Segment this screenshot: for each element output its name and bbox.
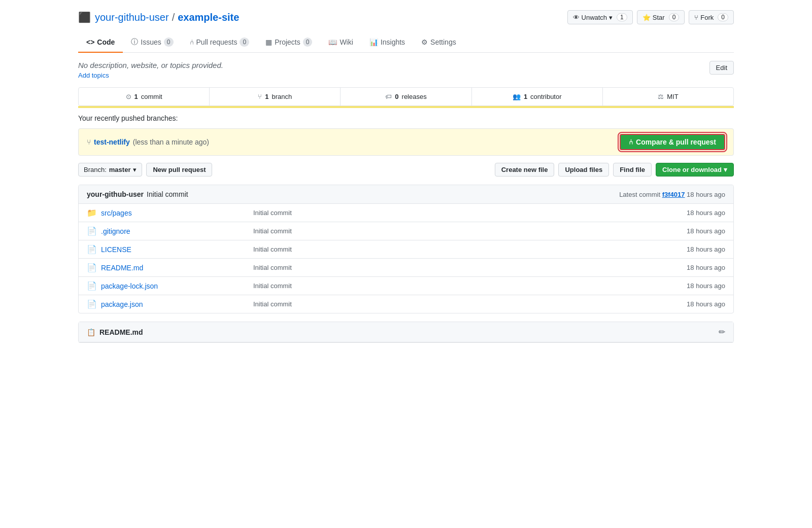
tab-insights-label: Insights <box>381 38 405 46</box>
eye-icon: 👁 <box>573 14 580 21</box>
create-new-file-button[interactable]: Create new file <box>495 163 555 177</box>
star-icon: ⭐ <box>642 14 651 21</box>
code-icon: <> <box>86 38 94 46</box>
readme-section: 📋 README.md ✏ <box>78 322 734 343</box>
chevron-down-icon: ▾ <box>609 14 613 21</box>
edit-button[interactable]: Edit <box>709 61 734 75</box>
license-label: MIT <box>667 93 678 100</box>
projects-icon: ▦ <box>265 38 272 46</box>
file-icon: 📄 <box>87 244 97 254</box>
releases-label: releases <box>402 93 427 100</box>
stat-commits[interactable]: ⊙ 1 commit <box>79 88 210 105</box>
commits-icon: ⊙ <box>126 93 131 100</box>
file-link-package-lock[interactable]: package-lock.json <box>101 282 158 290</box>
file-link-src-pages[interactable]: src/pages <box>101 209 132 217</box>
file-link-package-json[interactable]: package.json <box>101 300 143 308</box>
file-link-gitignore[interactable]: .gitignore <box>101 227 130 235</box>
table-row: 📄 package-lock.json Initial commit 18 ho… <box>79 277 733 295</box>
tab-settings[interactable]: ⚙ Settings <box>413 32 464 53</box>
releases-icon: 🏷 <box>385 93 392 100</box>
folder-icon: 📁 <box>87 208 97 218</box>
file-icon: 📄 <box>87 299 97 309</box>
watch-button[interactable]: 👁 Unwatch ▾ 1 <box>567 10 633 24</box>
file-icon: 📄 <box>87 226 97 236</box>
clone-button-label: Clone or download <box>662 166 722 173</box>
file-commit-cell: Initial commit <box>253 264 664 271</box>
pr-icon: ⑃ <box>190 38 194 46</box>
chevron-branch-icon: ▾ <box>133 166 137 173</box>
latest-commit-info: Latest commit f3f4017 18 hours ago <box>619 191 725 198</box>
add-topics-link[interactable]: Add topics <box>78 72 223 79</box>
fork-label: Fork <box>700 14 714 21</box>
file-time-cell: 18 hours ago <box>664 227 725 235</box>
clone-or-download-button[interactable]: Clone or download ▾ <box>656 163 734 177</box>
file-time-cell: 18 hours ago <box>664 300 725 308</box>
table-row: 📄 LICENSE Initial commit 18 hours ago <box>79 240 733 259</box>
readme-header: 📋 README.md ✏ <box>79 322 733 342</box>
find-file-button[interactable]: Find file <box>613 163 652 177</box>
tab-projects[interactable]: ▦ Projects 0 <box>257 32 320 53</box>
tab-code[interactable]: <> Code <box>78 32 123 53</box>
toolbar-left: Branch: master ▾ New pull request <box>78 163 212 177</box>
commits-count: 1 <box>134 93 138 100</box>
tab-insights[interactable]: 📊 Insights <box>361 32 413 53</box>
tab-code-label: Code <box>97 38 115 46</box>
branch-selector[interactable]: Branch: master ▾ <box>78 163 142 177</box>
readme-edit-icon[interactable]: ✏ <box>719 327 725 337</box>
repo-icon: ⬛ <box>78 11 91 23</box>
branches-label: branch <box>272 93 292 100</box>
yellow-progress-bar <box>78 106 734 108</box>
repo-owner-link[interactable]: your-github-user <box>95 12 169 23</box>
stats-bar: ⊙ 1 commit ⑂ 1 branch 🏷 0 releases 👥 1 c… <box>78 87 734 106</box>
readme-icon: 📋 <box>87 328 95 336</box>
table-row: 📄 README.md Initial commit 18 hours ago <box>79 259 733 277</box>
file-link-readme[interactable]: README.md <box>101 264 143 272</box>
file-name-cell: README.md <box>101 264 253 272</box>
stat-releases[interactable]: 🏷 0 releases <box>341 88 471 105</box>
insights-icon: 📊 <box>369 38 378 46</box>
stat-branches[interactable]: ⑂ 1 branch <box>210 88 341 105</box>
repo-header: ⬛ your-github-user / example-site 👁 Unwa… <box>78 10 734 24</box>
branches-icon: ⑂ <box>258 93 262 100</box>
file-name-cell: package-lock.json <box>101 282 253 290</box>
commit-user: your-github-user <box>87 190 144 198</box>
upload-files-button[interactable]: Upload files <box>558 163 609 177</box>
projects-count: 0 <box>303 38 313 47</box>
file-name-cell: package.json <box>101 300 253 308</box>
file-time-cell: 18 hours ago <box>664 209 725 217</box>
file-toolbar: Branch: master ▾ New pull request Create… <box>78 159 734 181</box>
tab-wiki[interactable]: 📖 Wiki <box>320 32 361 53</box>
tab-settings-label: Settings <box>430 38 456 46</box>
tab-issues[interactable]: ⓘ Issues 0 <box>123 32 181 53</box>
compare-pull-request-button[interactable]: ⑃ Compare & pull request <box>620 134 725 150</box>
file-icon: 📄 <box>87 263 97 272</box>
table-row: 📄 package.json Initial commit 18 hours a… <box>79 295 733 313</box>
releases-count: 0 <box>395 93 398 100</box>
fork-button[interactable]: ⑂ Fork 0 <box>689 10 734 24</box>
watch-label: Unwatch <box>582 14 607 21</box>
watch-count: 1 <box>617 13 627 21</box>
repo-title: ⬛ your-github-user / example-site <box>78 11 239 23</box>
file-link-license[interactable]: LICENSE <box>101 245 131 254</box>
compare-button-label: Compare & pull request <box>636 138 716 146</box>
file-name-cell: LICENSE <box>101 245 253 254</box>
tab-pull-requests[interactable]: ⑃ Pull requests 0 <box>182 32 258 53</box>
star-button[interactable]: ⭐ Star 0 <box>637 10 685 24</box>
file-commit-cell: Initial commit <box>253 209 664 217</box>
commits-label: commit <box>141 93 162 100</box>
file-time-cell: 18 hours ago <box>664 245 725 253</box>
stat-license[interactable]: ⚖ MIT <box>603 88 733 105</box>
file-time-cell: 18 hours ago <box>664 282 725 290</box>
chevron-clone-icon: ▾ <box>724 166 727 173</box>
stat-contributors[interactable]: 👥 1 contributor <box>472 88 603 105</box>
new-pull-request-button[interactable]: New pull request <box>146 163 212 177</box>
tab-projects-label: Projects <box>275 38 300 46</box>
repo-name-link[interactable]: example-site <box>178 12 239 23</box>
readme-title: 📋 README.md <box>87 328 143 336</box>
recently-pushed-label: Your recently pushed branches: <box>78 114 734 122</box>
file-commit-cell: Initial commit <box>253 282 664 290</box>
pull-request-icon: ⑃ <box>629 138 633 146</box>
file-icon: 📄 <box>87 281 97 291</box>
star-count: 0 <box>669 13 680 21</box>
file-name-cell: src/pages <box>101 209 253 217</box>
